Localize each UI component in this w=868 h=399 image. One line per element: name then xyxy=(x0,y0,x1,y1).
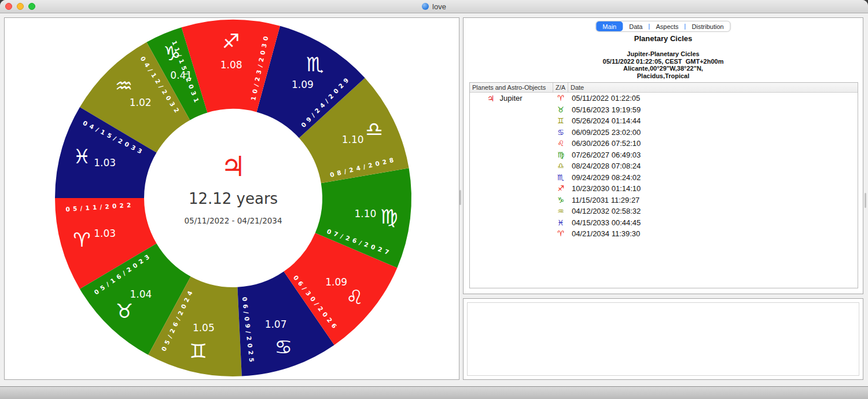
libra-glyph: ♎ xyxy=(365,118,382,141)
jupiter-glyph: ♃ xyxy=(487,94,495,103)
virgo-glyph: ♍ xyxy=(380,205,398,228)
table-row[interactable]: ♐10/23/2030 01:14:10 xyxy=(470,183,858,195)
taurus-sign-icon: ♉ xyxy=(553,105,568,114)
window-edge-splitter[interactable] xyxy=(865,193,866,208)
capricorn-sign-icon: ♑ xyxy=(553,196,568,204)
table-row[interactable]: ♍07/26/2027 06:49:03 xyxy=(470,149,858,161)
cycle-duration-label: 12.12 years xyxy=(189,190,278,207)
libra-sign-icon: ♎ xyxy=(553,162,568,170)
ingress-date: 04/12/2032 02:58:32 xyxy=(568,207,641,215)
scorpio-glyph: ♏ xyxy=(306,53,323,76)
table-row[interactable]: ♋06/09/2025 23:02:00 xyxy=(470,127,858,138)
ingress-date: 09/24/2029 08:24:02 xyxy=(568,173,641,182)
ingress-date: 10/23/2030 01:14:10 xyxy=(568,184,641,193)
table-row[interactable]: ♏09/24/2029 08:24:02 xyxy=(470,172,858,184)
subtitle-line: Alicante,00°29"W,38°22"N, xyxy=(464,65,863,72)
ingress-date: 04/21/2034 11:39:30 xyxy=(568,229,640,238)
segment-years-label: 1.05 xyxy=(193,322,215,334)
tab-distribution[interactable]: Distribution xyxy=(686,21,730,31)
column-header-za[interactable]: Z/A xyxy=(553,83,568,93)
ingress-date: 05/26/2024 01:14:44 xyxy=(568,116,641,125)
panel-splitter[interactable] xyxy=(459,190,461,205)
app-window: love ♈1.0305/11/2022♉1.0405/16/2023♊1.05… xyxy=(0,0,868,399)
ingress-date: 08/24/2028 07:08:24 xyxy=(568,162,641,170)
tab-aspects[interactable]: Aspects xyxy=(649,21,685,31)
taurus-glyph: ♉ xyxy=(116,299,133,323)
window-titlebar: love xyxy=(0,0,868,13)
table-row[interactable]: ♓04/15/2033 00:44:45 xyxy=(470,217,858,229)
segment-years-label: 1.03 xyxy=(94,157,116,169)
aquarius-sign-icon: ♒ xyxy=(553,207,568,215)
subtitle-line: Jupiter-Planetary Cicles xyxy=(464,50,863,58)
segment-years-label: 1.07 xyxy=(265,319,287,330)
aries-sign-icon: ♈ xyxy=(553,229,568,238)
cancer-glyph: ♋ xyxy=(274,335,292,358)
chart-subtitle: Jupiter-Planetary Cicles 05/11/2022 01:2… xyxy=(464,50,863,79)
column-header-date[interactable]: Date xyxy=(568,83,858,93)
ingress-date: 04/15/2033 00:44:45 xyxy=(568,218,641,227)
aries-glyph: ♈ xyxy=(73,228,90,251)
gemini-sign-icon: ♊ xyxy=(553,116,568,125)
leo-glyph: ♌ xyxy=(346,285,363,309)
cycle-range-label: 05/11/2022 - 04/21/2034 xyxy=(184,216,282,225)
gemini-glyph: ♊ xyxy=(189,339,207,363)
scorpio-sign-icon: ♏ xyxy=(553,173,568,182)
aries-sign-icon: ♈ xyxy=(553,94,568,103)
ingress-date: 11/15/2031 11:29:27 xyxy=(568,196,639,204)
column-header-planets[interactable]: Planets and Astro-Objects xyxy=(470,83,553,93)
cancer-sign-icon: ♋ xyxy=(553,128,568,137)
planet-cell: ♃Jupiter xyxy=(470,94,553,103)
tab-data[interactable]: Data xyxy=(623,21,649,31)
table-header: Planets and Astro-Objects Z/A Date xyxy=(470,83,858,93)
ingress-date: 05/11/2022 01:22:05 xyxy=(568,94,640,103)
pisces-glyph: ♓ xyxy=(73,145,90,168)
segment-years-label: 1.02 xyxy=(130,97,152,108)
table-row[interactable]: ♒04/12/2032 02:58:32 xyxy=(470,206,858,217)
secondary-panel-content xyxy=(467,302,859,376)
document-icon xyxy=(422,3,429,10)
planet-name: Jupiter xyxy=(500,94,523,103)
leo-sign-icon: ♌ xyxy=(553,139,568,148)
segment-years-label: 1.08 xyxy=(220,59,242,71)
ingress-date: 06/30/2026 07:52:10 xyxy=(568,139,641,148)
center-jupiter-glyph: ♃ xyxy=(220,150,245,182)
ingress-date: 05/16/2023 19:19:59 xyxy=(568,105,641,114)
cycles-table: Planets and Astro-Objects Z/A Date ♃Jupi… xyxy=(469,82,858,288)
subtitle-line: 05/11/2022 01:22:05, CEST GMT+2h00m xyxy=(464,58,863,65)
table-row[interactable]: ♈04/21/2034 11:39:30 xyxy=(470,228,858,240)
secondary-panel xyxy=(463,298,863,380)
table-row[interactable]: ♌06/30/2026 07:52:10 xyxy=(470,138,858,149)
subtitle-line: Placidus,Tropical xyxy=(464,72,863,80)
window-title: love xyxy=(432,2,446,11)
aquarius-glyph: ♒ xyxy=(115,74,133,97)
segment-years-label: 1.10 xyxy=(342,134,364,145)
table-row[interactable]: ♎08/24/2028 07:08:24 xyxy=(470,160,858,172)
wheel-panel: ♈1.0305/11/2022♉1.0405/16/2023♊1.0505/26… xyxy=(4,17,459,380)
table-row[interactable]: ♊05/26/2024 01:14:44 xyxy=(470,115,858,127)
ingress-date: 07/26/2027 06:49:03 xyxy=(568,151,641,159)
tab-main[interactable]: Main xyxy=(596,21,623,31)
title-area: love xyxy=(0,0,868,13)
segment-years-label: 1.10 xyxy=(355,208,377,219)
details-panel: Main Data Aspects Distribution Planetary… xyxy=(463,17,863,294)
status-bar xyxy=(0,386,868,399)
table-body: ♃Jupiter♈05/11/2022 01:22:05♉05/16/2023 … xyxy=(470,93,858,240)
table-row[interactable]: ♑11/15/2031 11:29:27 xyxy=(470,195,858,206)
sagittarius-glyph: ♐ xyxy=(222,30,240,53)
jupiter-cycle-wheel: ♈1.0305/11/2022♉1.0405/16/2023♊1.0505/26… xyxy=(5,18,458,378)
segment-years-label: 1.09 xyxy=(292,79,314,90)
pisces-sign-icon: ♓ xyxy=(553,218,568,227)
tab-bar: Main Data Aspects Distribution xyxy=(595,21,730,32)
ingress-date: 06/09/2025 23:02:00 xyxy=(568,128,641,137)
segment-years-label: 1.09 xyxy=(325,276,347,288)
segment-years-label: 1.03 xyxy=(94,228,116,239)
table-row[interactable]: ♉05/16/2023 19:19:59 xyxy=(470,104,858,116)
sagittarius-sign-icon: ♐ xyxy=(553,184,568,193)
segment-years-label: 1.04 xyxy=(130,288,152,300)
virgo-sign-icon: ♍ xyxy=(553,151,568,159)
table-row[interactable]: ♃Jupiter♈05/11/2022 01:22:05 xyxy=(470,93,858,104)
panel-title: Planetary Cicles xyxy=(464,34,863,43)
